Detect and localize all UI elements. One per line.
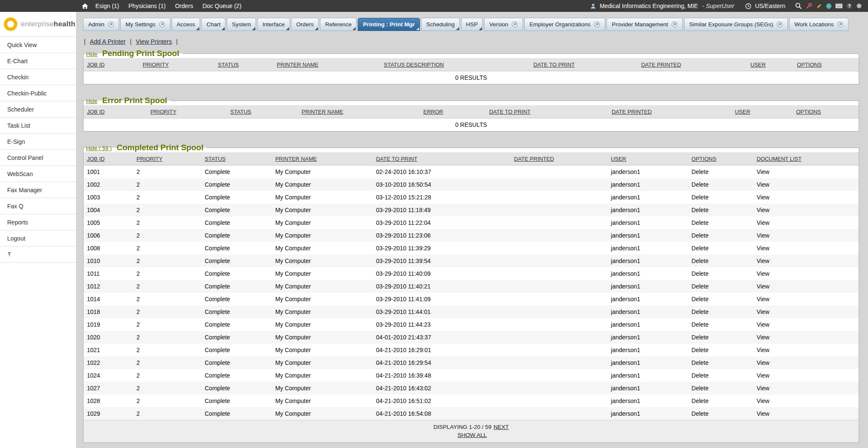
view-printers-link[interactable]: View Printers <box>136 38 172 45</box>
view-document-link[interactable]: View <box>757 347 769 353</box>
topbar-link-orders[interactable]: Orders <box>175 3 193 9</box>
pending-column-link-date-to-print[interactable]: DATE TO PRINT <box>533 62 575 68</box>
view-document-link[interactable]: View <box>757 372 769 379</box>
completed-column-link-printer-name[interactable]: PRINTER NAME <box>275 156 317 162</box>
search-icon[interactable] <box>795 2 802 10</box>
delete-job-link[interactable]: Delete <box>692 347 709 353</box>
open-new-window-icon[interactable] <box>671 21 678 28</box>
completed-column-link-date-to-print[interactable]: DATE TO PRINT <box>376 156 417 162</box>
sidebar-item-fax-q[interactable]: Fax Q <box>0 198 76 214</box>
sidebar-item-checkin[interactable]: Checkin <box>0 69 76 85</box>
view-document-link[interactable]: View <box>757 334 769 341</box>
topbar-link-doc-queue-2[interactable]: Doc Queue (2) <box>203 3 242 9</box>
error-column-link-priority[interactable]: PRIORITY <box>150 109 176 115</box>
tab-reference[interactable]: Reference <box>320 18 356 31</box>
add-a-printer-link[interactable]: Add A Printer <box>90 38 126 45</box>
help-icon[interactable]: ? <box>846 3 853 9</box>
tab-interface[interactable]: Interface <box>257 18 290 31</box>
open-new-window-icon[interactable] <box>108 21 114 28</box>
error-column-link-date-to-print[interactable]: DATE TO PRINT <box>489 109 531 115</box>
next-page-link[interactable]: NEXT <box>494 424 509 430</box>
delete-job-link[interactable]: Delete <box>692 219 709 226</box>
tab-provider-management[interactable]: Provider Management <box>606 18 683 31</box>
delete-job-link[interactable]: Delete <box>692 359 709 366</box>
topbar-link-physicians-1[interactable]: Physicians (1) <box>128 3 166 9</box>
pending-column-link-status[interactable]: STATUS <box>218 62 239 68</box>
tab-orders[interactable]: Orders <box>291 18 319 31</box>
wrench-icon[interactable] <box>806 3 812 9</box>
error-hide-link[interactable]: Hide <box>86 98 97 104</box>
pending-column-link-date-printed[interactable]: DATE PRINTED <box>641 62 681 68</box>
home-icon[interactable] <box>81 3 89 10</box>
view-document-link[interactable]: View <box>757 410 769 417</box>
completed-column-link-date-printed[interactable]: DATE PRINTED <box>514 156 554 162</box>
view-document-link[interactable]: View <box>757 359 769 366</box>
view-document-link[interactable]: View <box>757 245 769 252</box>
tab-employer-organizations[interactable]: Employer Organizations <box>524 18 605 31</box>
completed-column-link-user[interactable]: USER <box>611 156 626 162</box>
sidebar-item-checkin-public[interactable]: Checkin-Public <box>0 85 76 101</box>
pending-column-link-priority[interactable]: PRIORITY <box>143 62 169 68</box>
open-new-window-icon[interactable] <box>837 21 843 28</box>
delete-job-link[interactable]: Delete <box>692 321 709 328</box>
error-column-link-printer-name[interactable]: PRINTER NAME <box>302 109 343 115</box>
keyboard-icon[interactable] <box>835 3 843 8</box>
delete-job-link[interactable]: Delete <box>692 232 709 239</box>
delete-job-link[interactable]: Delete <box>692 245 709 252</box>
view-document-link[interactable]: View <box>757 296 769 302</box>
show-all-link[interactable]: SHOW ALL <box>457 432 487 438</box>
pending-column-link-status-description[interactable]: STATUS DESCRIPTION <box>384 62 444 68</box>
delete-job-link[interactable]: Delete <box>692 398 709 404</box>
view-document-link[interactable]: View <box>757 385 769 392</box>
delete-job-link[interactable]: Delete <box>692 258 709 264</box>
tab-access[interactable]: Access <box>172 18 200 31</box>
pending-column-link-options[interactable]: OPTIONS <box>797 62 822 68</box>
tab-my-settings[interactable]: My Settings <box>120 18 170 31</box>
view-document-link[interactable]: View <box>757 232 769 239</box>
sidebar-item-scheduler[interactable]: Scheduler <box>0 101 76 118</box>
delete-job-link[interactable]: Delete <box>692 385 709 392</box>
completed-hide-link[interactable]: Hide ( 59 ) <box>86 145 112 151</box>
delete-job-link[interactable]: Delete <box>692 410 709 417</box>
error-column-link-error[interactable]: ERROR <box>423 109 443 115</box>
tab-scheduling[interactable]: Scheduling <box>421 18 460 31</box>
view-document-link[interactable]: View <box>757 270 769 277</box>
error-column-link-job-id[interactable]: JOB ID <box>87 109 105 115</box>
completed-column-link-document-list[interactable]: DOCUMENT LIST <box>757 156 801 162</box>
tab-chart[interactable]: Chart <box>201 18 225 31</box>
sidebar-item-reports[interactable]: Reports <box>0 214 76 230</box>
sidebar-item-e-chart[interactable]: E-Chart <box>0 53 76 69</box>
delete-job-link[interactable]: Delete <box>692 194 709 201</box>
pending-hide-link[interactable]: Hide <box>86 51 97 57</box>
sidebar-item-webscan[interactable]: WebScan <box>0 166 76 182</box>
completed-column-link-priority[interactable]: PRIORITY <box>136 156 162 162</box>
view-document-link[interactable]: View <box>757 219 769 226</box>
open-new-window-icon[interactable] <box>594 21 600 28</box>
tab-hsp[interactable]: HSP <box>461 18 483 31</box>
sidebar-item-control-panel[interactable]: Control Panel <box>0 150 76 166</box>
error-column-link-options[interactable]: OPTIONS <box>796 109 821 115</box>
view-document-link[interactable]: View <box>757 168 769 175</box>
view-document-link[interactable]: View <box>757 181 769 188</box>
delete-job-link[interactable]: Delete <box>692 181 709 188</box>
view-document-link[interactable]: View <box>757 308 769 315</box>
view-document-link[interactable]: View <box>757 194 769 201</box>
pending-column-link-job-id[interactable]: JOB ID <box>87 62 105 68</box>
globe-icon[interactable] <box>826 3 832 9</box>
sidebar-item-quick-view[interactable]: Quick View <box>0 37 76 53</box>
tab-version[interactable]: Version <box>484 18 523 31</box>
view-document-link[interactable]: View <box>757 207 769 213</box>
delete-job-link[interactable]: Delete <box>692 168 709 175</box>
delete-job-link[interactable]: Delete <box>692 207 709 213</box>
pencil-icon[interactable] <box>816 3 822 9</box>
open-new-window-icon[interactable] <box>512 21 518 28</box>
error-column-link-user[interactable]: USER <box>735 109 750 115</box>
open-new-window-icon[interactable] <box>159 21 165 28</box>
pending-column-link-user[interactable]: USER <box>751 62 766 68</box>
view-document-link[interactable]: View <box>757 398 769 404</box>
tab-printing-print-mgr[interactable]: Printing : Print Mgr <box>358 18 420 31</box>
open-new-window-icon[interactable] <box>776 21 783 28</box>
completed-column-link-job-id[interactable]: JOB ID <box>87 156 105 162</box>
sidebar-item-task-list[interactable]: Task List <box>0 118 76 134</box>
delete-job-link[interactable]: Delete <box>692 283 709 290</box>
